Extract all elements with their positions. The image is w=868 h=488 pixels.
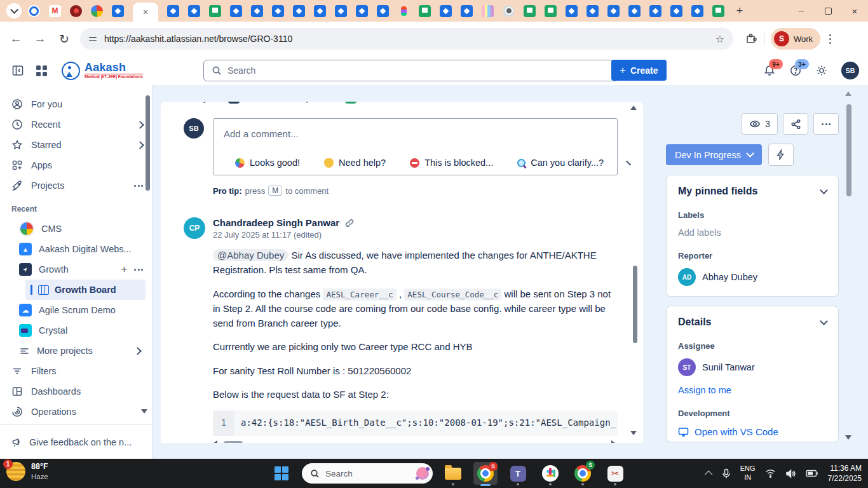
taskbar-clock[interactable]: 11:36 AM 7/22/2025	[828, 463, 862, 484]
sidebar-project-crystal[interactable]: Crystal	[0, 320, 152, 341]
chrome-work-icon[interactable]: S	[473, 462, 498, 485]
more-actions-button[interactable]	[813, 113, 839, 135]
page-scroll-up-icon[interactable]	[845, 92, 851, 96]
more-quick-replies-icon[interactable]	[626, 160, 631, 165]
scroll-right-icon[interactable]	[611, 440, 616, 443]
tab-favicon-jira[interactable]	[314, 5, 326, 17]
tab-favicon-jira[interactable]	[167, 5, 179, 17]
content-scroll-up-icon[interactable]	[630, 105, 637, 110]
help-button[interactable]: 3+	[789, 64, 802, 77]
tab-favicon-jira[interactable]	[251, 5, 263, 17]
notifications-button[interactable]: 9+	[763, 64, 776, 77]
address-bar[interactable]: https://aakashit.atlassian.net/browse/GR…	[80, 28, 733, 50]
sidebar-item-recent[interactable]: Recent	[0, 114, 152, 135]
tab-close-icon[interactable]: ×	[143, 8, 148, 17]
add-parent-button[interactable]: Add parent	[288, 102, 332, 103]
global-search-input[interactable]: Search	[203, 60, 619, 81]
commenter-name[interactable]: Chandradeep Singh Panwar	[213, 217, 339, 228]
new-tab-button[interactable]: +	[732, 3, 747, 18]
tab-favicon-jira[interactable]	[691, 5, 703, 17]
collapse-icon[interactable]	[820, 186, 828, 194]
tab-favicon-jira[interactable]	[461, 5, 473, 17]
give-feedback-button[interactable]: Give feedback on the n...	[0, 424, 152, 459]
sidebar-item-filters[interactable]: Filters	[0, 361, 152, 381]
status-dropdown[interactable]: Dev In Progress	[666, 144, 762, 165]
assign-to-me-link[interactable]: Assign to me	[678, 385, 827, 395]
tab-favicon-sheets[interactable]	[545, 5, 557, 17]
forward-button[interactable]: →	[28, 32, 52, 46]
reload-button[interactable]: ↻	[52, 32, 76, 46]
sidebar-scrollbar-thumb[interactable]	[146, 95, 150, 191]
sidebar-project-aakash-digital[interactable]: ▲ Aakash Digital Webs...	[0, 239, 152, 259]
wifi-icon[interactable]	[765, 469, 776, 478]
code-block[interactable]: 1 a:42:{s:18:"AESL_Birth_Date__c";s:10:"…	[213, 410, 618, 436]
sidebar-item-projects[interactable]: Projects	[0, 175, 152, 196]
add-labels-field[interactable]: Add labels	[678, 227, 827, 238]
tab-favicon-jira[interactable]	[587, 5, 599, 17]
breadcrumb-growth[interactable]: Growth	[245, 102, 274, 103]
page-scroll-down-icon[interactable]	[845, 435, 851, 440]
sidebar-item-apps[interactable]: Apps	[0, 155, 152, 175]
url-text[interactable]: https://aakashit.atlassian.net/browse/GR…	[104, 34, 715, 44]
tab-favicon-jira[interactable]	[112, 5, 124, 17]
breadcrumb-projects[interactable]: Projects	[190, 102, 222, 103]
tab-favicon-jira[interactable]	[188, 5, 200, 17]
tab-favicon-atlassian[interactable]	[28, 5, 40, 17]
snipping-tool-icon[interactable]: ✂	[603, 461, 627, 486]
page-scrollbar-thumb[interactable]	[846, 104, 851, 196]
tab-favicon-jira[interactable]	[649, 5, 661, 17]
sidebar-scroll-down-icon[interactable]	[141, 409, 147, 414]
create-button[interactable]: + Create	[611, 60, 667, 81]
teams-icon[interactable]: T	[506, 461, 530, 486]
growth-more-icon[interactable]	[134, 269, 143, 271]
taskbar-search[interactable]: Search	[302, 463, 433, 484]
tab-favicon-jira[interactable]	[272, 5, 284, 17]
tab-favicon-figma[interactable]	[398, 5, 410, 17]
browser-profile-chip[interactable]: S Work	[771, 28, 820, 50]
maximize-button[interactable]	[815, 8, 841, 15]
settings-button[interactable]	[815, 64, 828, 77]
tab-favicon-jira[interactable]	[356, 5, 368, 17]
tab-favicon-jira[interactable]	[628, 5, 641, 17]
mention-chip[interactable]: @Abhay Dubey	[213, 249, 288, 261]
sidebar-item-starred[interactable]: Starred	[0, 135, 152, 155]
sidebar-item-for-you[interactable]: For you	[0, 94, 152, 114]
add-icon[interactable]: +	[121, 264, 127, 275]
tab-favicon-jira[interactable]	[335, 5, 347, 17]
breadcrumb-issue-key[interactable]: GRO-3110	[362, 102, 405, 103]
language-indicator[interactable]: ENG IN	[740, 464, 756, 482]
tab-favicon-jira[interactable]	[440, 5, 452, 17]
tray-overflow-icon[interactable]	[704, 470, 712, 478]
quick-reply-need-help[interactable]: Need help?	[324, 158, 386, 168]
bookmark-star-icon[interactable]: ☆	[715, 33, 724, 45]
collapse-icon[interactable]	[820, 317, 828, 325]
start-button[interactable]	[269, 461, 294, 486]
tab-favicon-jira[interactable]	[230, 5, 242, 17]
back-button[interactable]: ←	[4, 32, 28, 46]
app-switcher-icon[interactable]	[36, 65, 48, 77]
permalink-icon[interactable]	[345, 219, 354, 227]
tab-favicon-chromegray[interactable]	[503, 5, 515, 17]
quick-reply-looks-good[interactable]: Looks good!	[235, 158, 300, 168]
sidebar-item-dashboards[interactable]: Dashboards	[0, 381, 152, 402]
tab-favicon-google[interactable]	[91, 5, 103, 17]
collapse-sidebar-icon[interactable]	[11, 64, 24, 77]
close-button[interactable]: ×	[841, 6, 868, 17]
tab-favicon-jira[interactable]	[670, 5, 682, 17]
weather-widget[interactable]: 1 88°F Haze	[6, 462, 48, 481]
tab-favicon-record[interactable]	[70, 5, 82, 17]
chrome-personal-icon[interactable]: S	[571, 461, 595, 486]
sidebar-project-growth[interactable]: ➤ Growth +	[0, 259, 152, 280]
sidebar-project-cms[interactable]: CMS	[0, 219, 152, 239]
tab-favicon-jira[interactable]	[566, 5, 578, 17]
scroll-left-icon[interactable]	[213, 440, 217, 443]
code-horizontal-scrollbar[interactable]	[213, 440, 616, 443]
commenter-avatar[interactable]: CP	[184, 217, 205, 239]
sidebar-item-growth-board[interactable]: Growth Board	[25, 280, 146, 300]
tab-favicon-stripes[interactable]	[482, 5, 494, 17]
microphone-icon[interactable]	[722, 468, 731, 479]
share-button[interactable]	[783, 113, 808, 135]
tab-favicon-jira[interactable]	[607, 5, 620, 17]
site-controls-icon[interactable]	[89, 37, 97, 41]
tab-favicon-sheets[interactable]	[209, 5, 221, 17]
